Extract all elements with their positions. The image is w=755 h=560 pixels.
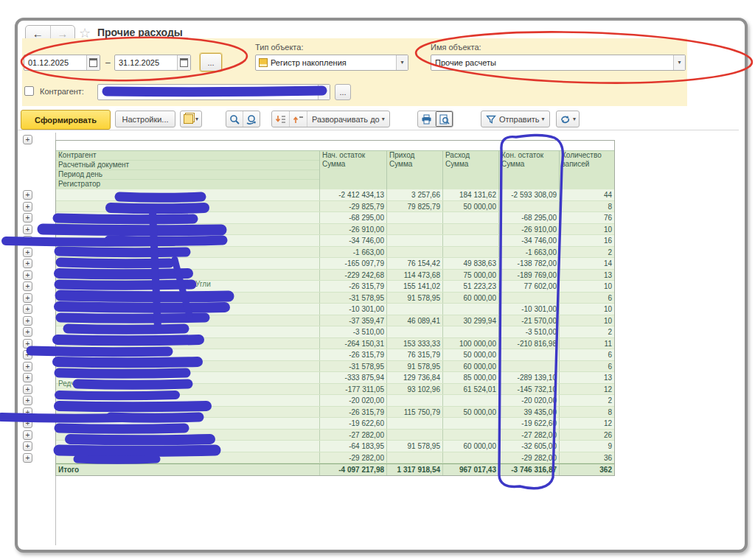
total-end: -3 746 316,87 bbox=[499, 464, 560, 475]
expand-row-button[interactable]: + bbox=[23, 419, 32, 428]
date-from-field[interactable]: 01.12.2025 bbox=[24, 55, 100, 71]
refresh-button[interactable]: ▾ bbox=[556, 111, 580, 127]
collapse-levels-button[interactable] bbox=[272, 111, 289, 127]
table-row[interactable]: -37 359,4746 089,4130 299,94-21 570,0010 bbox=[56, 315, 614, 327]
object-type-combo[interactable]: Регистр накопления ▾ bbox=[255, 55, 408, 71]
table-row[interactable]: -64 183,9591 578,9560 000,00-32 605,009 bbox=[56, 441, 614, 452]
period-more-button[interactable]: ... bbox=[200, 53, 222, 71]
date-from-calendar-button[interactable] bbox=[86, 55, 100, 70]
cell-expense bbox=[443, 235, 499, 246]
date-to-field[interactable]: 31.12.2025 bbox=[114, 55, 191, 71]
clear-search-button[interactable] bbox=[243, 111, 260, 127]
cell-begin-balance: -31 578,95 bbox=[320, 361, 387, 372]
expand-levels-button[interactable] bbox=[289, 111, 307, 127]
expand-row-button[interactable]: + bbox=[23, 225, 32, 234]
object-name-combo[interactable]: Прочие расчеты ▾ bbox=[431, 55, 686, 71]
cell-end-balance: -21 570,00 bbox=[499, 315, 560, 326]
expand-row-button[interactable]: + bbox=[23, 350, 32, 360]
table-row[interactable]: -68 295,00-68 295,0076 bbox=[56, 212, 614, 224]
search-button-group bbox=[226, 111, 260, 127]
expand-row-button[interactable]: + bbox=[23, 362, 32, 371]
cell-income: 91 578,95 bbox=[387, 361, 443, 372]
expand-row-button[interactable]: + bbox=[23, 236, 32, 245]
table-row[interactable]: -27 282,00-27 282,0026 bbox=[56, 430, 614, 441]
expand-row-button[interactable]: + bbox=[23, 293, 32, 303]
cell-expense bbox=[443, 304, 499, 315]
table-row[interactable]: -264 150,31153 333,33100 000,00-210 816,… bbox=[56, 338, 614, 350]
total-expense: 967 017,43 bbox=[443, 464, 499, 475]
expand-row-button[interactable]: + bbox=[23, 385, 32, 394]
table-row[interactable]: -177 311,0593 102,9661 524,01-145 732,10… bbox=[56, 384, 614, 396]
table-row[interactable]: -3 510,00-3 510,002 bbox=[56, 326, 614, 338]
cell-count: 10 bbox=[560, 224, 614, 235]
cell-count: 13 bbox=[560, 372, 614, 383]
column-header: Кон. остатокСумма bbox=[499, 151, 560, 189]
table-row[interactable]: -29 825,7979 825,7950 000,008 bbox=[56, 201, 614, 213]
expand-to-label: Разворачивать до bbox=[312, 115, 380, 124]
expand-row-button[interactable]: + bbox=[23, 190, 32, 200]
cell-income bbox=[387, 430, 443, 441]
object-name-dropdown-button[interactable]: ▾ bbox=[673, 55, 685, 70]
table-row[interactable]: -26 910,00-26 910,0010 bbox=[56, 224, 614, 236]
table-row[interactable]: -165 097,7976 154,4249 838,63-138 782,00… bbox=[56, 258, 614, 270]
table-row[interactable]: -26 315,79155 141,0251 223,2377 602,0010 bbox=[56, 281, 614, 293]
table-row[interactable]: -2 412 434,133 257,66184 131,62-2 593 30… bbox=[56, 189, 614, 201]
expand-row-button[interactable]: + bbox=[23, 453, 32, 463]
expand-row-button[interactable]: + bbox=[23, 430, 32, 440]
table-row[interactable]: -229 242,68114 473,6875 000,00-189 769,0… bbox=[56, 270, 614, 281]
table-row[interactable]: -333 875,94129 736,8485 000,00-289 139,1… bbox=[56, 372, 614, 384]
column-header: Нач. остатокСумма bbox=[320, 151, 387, 189]
cell-count: 6 bbox=[560, 293, 614, 304]
table-row[interactable]: -20 020,00-20 020,002 bbox=[56, 395, 614, 407]
expand-row-button[interactable]: + bbox=[23, 270, 32, 280]
counterparty-text-fragment: Редч bbox=[58, 379, 75, 388]
expand-row-button[interactable]: + bbox=[23, 327, 32, 337]
table-row[interactable]: -1 663,00-1 663,002 bbox=[56, 247, 614, 259]
counterparty-text-fragment: вич bbox=[145, 391, 156, 399]
expand-row-button[interactable]: + bbox=[23, 213, 32, 223]
table-row[interactable]: -26 315,7976 315,7950 000,006 bbox=[56, 349, 614, 361]
expand-row-button[interactable]: + bbox=[23, 339, 32, 349]
expand-levels-icon bbox=[293, 114, 304, 125]
counterparty-more-button[interactable]: ... bbox=[335, 84, 351, 100]
expand-row-button[interactable]: + bbox=[23, 373, 32, 382]
column-header: Количествозаписей bbox=[560, 151, 614, 189]
expand-row-button[interactable]: + bbox=[23, 281, 32, 291]
table-row[interactable]: -26 315,79115 750,7950 000,0039 435,008 bbox=[56, 407, 614, 419]
report-variants-button[interactable]: ▾ bbox=[180, 111, 202, 127]
generate-button[interactable]: Сформировать bbox=[21, 110, 111, 130]
send-button[interactable]: Отправить ▾ bbox=[481, 111, 550, 127]
cell-expense bbox=[443, 395, 499, 406]
expand-row-button[interactable]: + bbox=[23, 248, 32, 257]
cell-end-balance: -3 510,00 bbox=[499, 326, 560, 337]
expand-row-button[interactable]: + bbox=[23, 259, 32, 268]
table-row[interactable]: -31 578,9591 578,9560 000,006 bbox=[56, 361, 614, 373]
cell-counterparty bbox=[56, 361, 320, 372]
table-row[interactable]: -31 578,9591 578,9560 000,006 bbox=[56, 293, 614, 304]
expand-row-button[interactable]: + bbox=[23, 304, 32, 314]
table-row[interactable]: -29 282,00-29 282,0036 bbox=[56, 452, 614, 464]
expand-row-button[interactable]: + bbox=[23, 441, 32, 451]
expand-row-button[interactable]: + bbox=[23, 202, 32, 211]
expand-to-button[interactable]: Разворачивать до ▾ bbox=[307, 111, 389, 127]
print-button[interactable] bbox=[418, 111, 435, 127]
print-preview-button[interactable] bbox=[435, 111, 453, 127]
cell-begin-balance: -26 315,79 bbox=[320, 407, 387, 418]
table-row[interactable]: -34 746,00-34 746,0016 bbox=[56, 235, 614, 247]
date-to-calendar-button[interactable] bbox=[177, 55, 190, 70]
object-type-dropdown-button[interactable]: ▾ bbox=[396, 55, 408, 70]
cell-begin-balance: -26 315,79 bbox=[320, 349, 387, 360]
counterparty-combo[interactable]: ▾ bbox=[97, 84, 330, 100]
table-row[interactable]: -19 622,60-19 622,6012 bbox=[56, 418, 614, 430]
search-button[interactable] bbox=[226, 111, 243, 127]
expand-row-button[interactable]: + bbox=[23, 396, 32, 405]
cell-end-balance: 77 602,00 bbox=[499, 281, 560, 292]
expand-row-button[interactable]: + bbox=[23, 316, 32, 326]
counterparty-checkbox[interactable] bbox=[24, 86, 34, 96]
settings-button[interactable]: Настройки... bbox=[115, 111, 175, 127]
table-row[interactable]: -10 301,00-10 301,0010 bbox=[56, 304, 614, 315]
expand-row-button[interactable]: + bbox=[23, 135, 32, 144]
counterparty-dropdown-button[interactable]: ▾ bbox=[318, 85, 330, 99]
expand-row-button[interactable]: + bbox=[23, 407, 32, 417]
cell-count: 76 bbox=[560, 212, 614, 223]
